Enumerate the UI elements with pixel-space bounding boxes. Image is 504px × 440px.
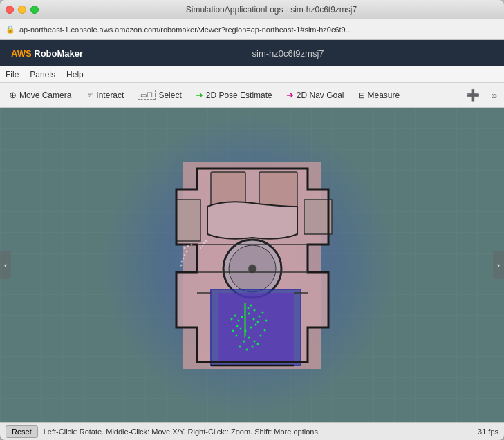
window-title: SimulationApplicationLogs - sim-hz0c6t9z… [44,5,498,15]
camera-icon [9,90,17,100]
main-viewport-area: ‹ [0,108,504,422]
svg-point-39 [253,309,255,311]
svg-point-26 [232,329,234,332]
svg-point-27 [263,329,265,331]
svg-point-47 [205,240,207,242]
nav-icon: ➜ [286,90,294,100]
maximize-button[interactable] [30,6,39,14]
svg-point-46 [203,242,205,244]
svg-point-24 [261,311,263,313]
select-button[interactable]: ☐ Select [131,86,187,104]
measure-icon: ⊟ [358,90,365,100]
svg-point-54 [183,247,185,249]
svg-point-16 [236,325,238,327]
3d-viewport[interactable] [0,108,504,422]
app-logo: AWS RoboMaker [11,48,83,59]
status-bar: Reset Left-Click: Rotate. Middle-Click: … [0,422,504,440]
right-panel-arrow[interactable]: › [493,251,504,279]
svg-point-21 [258,315,260,317]
svg-rect-2 [176,200,200,241]
nav-label: 2D Nav Goal [297,90,344,100]
minimize-button[interactable] [18,6,26,14]
floorplan-svg [142,134,363,396]
svg-point-51 [182,257,184,259]
svg-point-29 [243,340,245,342]
svg-point-22 [234,314,236,316]
measure-button[interactable]: ⊟ Measure [352,87,407,104]
svg-point-30 [253,340,255,342]
svg-point-11 [237,319,239,321]
menu-file[interactable]: File [6,70,19,79]
svg-point-23 [230,318,232,320]
svg-point-45 [202,245,203,247]
svg-point-34 [251,345,253,347]
svg-point-31 [235,334,237,336]
select-icon: ☐ [138,90,156,100]
svg-point-28 [248,336,250,338]
svg-point-18 [244,329,246,332]
svg-point-53 [180,264,182,266]
close-button[interactable] [6,6,14,14]
add-panel-button[interactable]: ➕ [461,86,485,104]
interact-label: Interact [96,90,124,100]
menu-help[interactable]: Help [66,70,84,79]
svg-point-55 [187,245,189,247]
svg-point-20 [254,323,256,325]
pose-label: 2D Pose Estimate [206,90,272,100]
menu-panels[interactable]: Panels [30,70,55,79]
fps-display: 31 fps [478,428,498,436]
status-help-text: Left-Click: Rotate. Middle-Click: Move X… [44,428,472,436]
svg-point-19 [250,326,252,328]
svg-point-52 [180,260,183,262]
svg-point-35 [256,343,259,345]
select-label: Select [158,90,181,100]
aws-logo-text: AWS [11,48,32,59]
title-bar: SimulationApplicationLogs - sim-hz0c6t9z… [0,0,504,19]
address-text: ap-northeast-1.console.aws.amazon.com/ro… [19,26,498,34]
app-header: AWS RoboMaker sim-hz0c6t9zmsj7 [0,40,504,66]
svg-point-25 [265,319,267,321]
svg-point-48 [200,247,201,249]
address-bar: 🔒 ap-northeast-1.console.aws.amazon.com/… [0,19,504,40]
svg-point-32 [259,334,261,336]
move-camera-label: Move Camera [19,90,71,100]
map-container [142,134,363,396]
reset-button[interactable]: Reset [6,425,38,438]
svg-point-12 [241,316,243,318]
robomaker-text: RoboMaker [34,48,83,59]
toolbar: Move Camera Interact ☐ Select ➜ 2D Pose … [0,83,504,108]
svg-point-37 [250,304,252,306]
measure-label: Measure [368,90,400,100]
svg-rect-8 [218,293,294,362]
svg-point-33 [239,345,241,347]
move-camera-button[interactable]: Move Camera [3,86,77,104]
more-button[interactable]: » [487,88,501,102]
svg-point-13 [248,312,250,314]
left-panel-arrow[interactable]: ‹ [0,251,11,279]
svg-point-36 [245,348,248,350]
hand-icon [85,90,93,100]
pose-estimate-button[interactable]: ➜ 2D Pose Estimate [189,86,279,104]
lock-icon: 🔒 [6,25,15,34]
svg-point-6 [248,265,256,273]
svg-point-50 [183,254,185,256]
svg-point-56 [190,243,192,245]
svg-point-15 [256,321,259,323]
menu-bar: File Panels Help [0,66,504,83]
svg-point-14 [252,318,254,320]
svg-rect-1 [259,172,297,207]
app-window: SimulationApplicationLogs - sim-hz0c6t9z… [0,0,504,440]
nav-goal-button[interactable]: ➜ 2D Nav Goal [280,86,351,104]
pose-icon: ➜ [196,90,203,100]
svg-rect-9 [244,303,245,338]
svg-point-49 [185,250,187,252]
svg-point-38 [247,307,249,309]
sim-id: sim-hz0c6t9zmsj7 [252,48,324,59]
svg-point-17 [239,327,241,329]
traffic-lights [6,6,39,14]
interact-button[interactable]: Interact [79,86,130,104]
